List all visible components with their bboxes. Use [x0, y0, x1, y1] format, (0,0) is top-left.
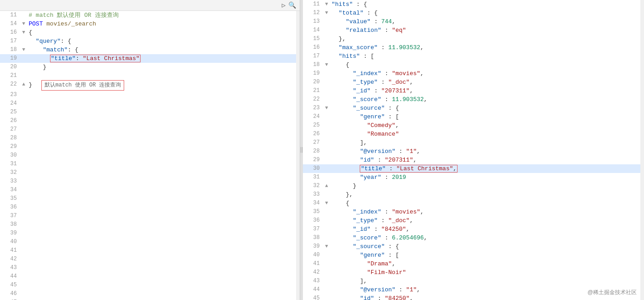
code-line: 20 }	[0, 63, 300, 71]
code-line: 18 ▼ {	[303, 61, 644, 69]
code-line: 30	[0, 151, 300, 160]
code-line: 11 ▼ "hits" : {	[303, 0, 644, 9]
code-line: 32	[0, 168, 300, 177]
code-line: 28 "@version" : "1",	[303, 147, 644, 156]
code-line: 11 # match 默认使用 OR 连接查询	[0, 11, 300, 20]
code-line: 21 "_id" : "207311",	[303, 86, 644, 95]
watermark-label: @稀土掘金技术社区	[588, 289, 637, 296]
left-toolbar: ▷ 🔍	[0, 0, 300, 11]
code-line: 13 "value" : 744,	[303, 17, 644, 26]
code-line: 42 "Film-Noir"	[303, 268, 644, 277]
code-line: 34 ▼ {	[303, 199, 644, 208]
code-line: 37	[0, 212, 300, 220]
code-line: 44	[0, 272, 300, 281]
code-line: 17 "query": {	[0, 37, 300, 46]
code-line: 32 ▲ }	[303, 182, 644, 190]
code-line: 43 ],	[303, 277, 644, 285]
code-line: 14 "relation" : "eq"	[303, 26, 644, 35]
code-line: 19 "_index" : "movies",	[303, 69, 644, 78]
left-scrollbar[interactable]	[296, 11, 300, 300]
code-line: 24 "genre" : [	[303, 112, 644, 121]
left-panel: ▷ 🔍 11 # match 默认使用 OR 连接查询 14 ▼ POST mo…	[0, 0, 300, 300]
code-line: 41	[0, 246, 300, 255]
code-line: 31 "year" : 2019	[303, 173, 644, 182]
code-line: 34	[0, 186, 300, 194]
code-line-highlight: 30 "title" : "Last Christmas",	[303, 164, 644, 173]
code-line: 17 "hits" : [	[303, 52, 644, 61]
code-line: 27	[0, 125, 300, 134]
code-line: 26	[0, 117, 300, 125]
code-line: 23 ▼ "_source" : {	[303, 104, 644, 112]
code-line: 40 "genre" : [	[303, 251, 644, 259]
code-line: 38 "_score" : 6.2054696,	[303, 234, 644, 242]
code-line: 40	[0, 238, 300, 246]
code-line: 26 "Romance"	[303, 130, 644, 138]
code-line: 28	[0, 134, 300, 142]
code-line: 31	[0, 160, 300, 168]
code-line: 36	[0, 203, 300, 212]
code-line: 12 ▼ "total" : {	[303, 9, 644, 17]
code-line: 43	[0, 264, 300, 272]
code-line: 16 "max_score" : 11.903532,	[303, 43, 644, 52]
code-line: 25	[0, 108, 300, 117]
code-line: 45	[0, 281, 300, 290]
code-line: 47	[0, 298, 300, 300]
code-line: 29 "id" : "207311",	[303, 156, 644, 164]
code-line: 42	[0, 255, 300, 264]
code-line: 41 "Drama",	[303, 259, 644, 268]
code-line: 38	[0, 220, 300, 229]
code-line: 37 "_id" : "84250",	[303, 225, 644, 234]
code-line: 23	[0, 91, 300, 99]
code-line: 35 "_index" : "movies",	[303, 208, 644, 216]
code-line: 39	[0, 229, 300, 238]
code-line: 16 ▼ {	[0, 28, 300, 37]
code-line-highlight: 19 "title": "Last Christmas"	[0, 54, 300, 63]
code-line: 25 "Comedy",	[303, 121, 644, 130]
code-line: 46	[0, 290, 300, 298]
code-line: 36 "_type" : "_doc",	[303, 216, 644, 225]
code-line: 27 ],	[303, 138, 644, 147]
code-line: 20 "_type" : "_doc",	[303, 78, 644, 86]
code-line: 33	[0, 177, 300, 186]
annotation-label: 默认match 使用 OR 连接查询	[41, 80, 124, 91]
code-line: 29	[0, 142, 300, 151]
right-panel: 11 ▼ "hits" : { 12 ▼ "total" : { 13 "val…	[303, 0, 644, 300]
right-code-area: 11 ▼ "hits" : { 12 ▼ "total" : { 13 "val…	[303, 0, 644, 300]
code-line: 18 ▼ "match": {	[0, 46, 300, 54]
code-line: 24	[0, 99, 300, 108]
code-line: 15 },	[303, 35, 644, 43]
run-icon[interactable]: ▷	[282, 1, 286, 9]
code-line: 22 ▲ }默认match 使用 OR 连接查询	[0, 80, 300, 91]
code-line: 22 "_score" : 11.903532,	[303, 95, 644, 104]
left-code-area: 11 # match 默认使用 OR 连接查询 14 ▼ POST movies…	[0, 11, 300, 300]
code-line: 33 },	[303, 190, 644, 199]
code-line: 21	[0, 71, 300, 80]
right-scrollbar[interactable]	[640, 0, 644, 300]
code-line: 39 ▼ "_source" : {	[303, 242, 644, 251]
code-line: 35	[0, 194, 300, 203]
code-line: 14 ▼ POST movies/_search	[0, 20, 300, 28]
search-icon[interactable]: 🔍	[288, 1, 296, 9]
